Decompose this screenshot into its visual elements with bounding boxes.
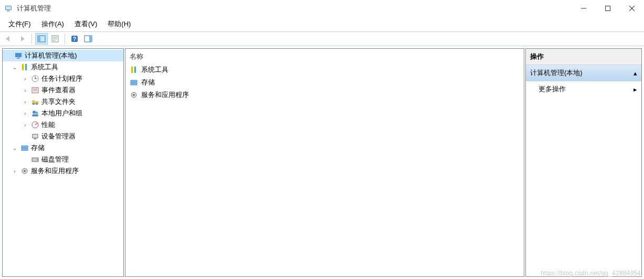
tools-icon bbox=[130, 66, 138, 74]
actions-group-label: 计算机管理(本地) bbox=[530, 68, 583, 78]
list-item[interactable]: 服务和应用程序 bbox=[125, 89, 524, 101]
tree-label: 本地用户和组 bbox=[41, 109, 82, 118]
list-pane: 名称 系统工具 存储 服务和应用程序 bbox=[125, 48, 524, 277]
svg-rect-2 bbox=[6, 6, 11, 9]
menu-file[interactable]: 文件(F) bbox=[3, 17, 36, 31]
svg-point-29 bbox=[33, 111, 36, 114]
tree-label: 服务和应用程序 bbox=[31, 166, 79, 176]
actions-more-label: 更多操作 bbox=[539, 84, 566, 94]
tree: 计算机管理(本地) ⌄ 系统工具 › 任务计划程序 › 事件查看器 › 共享文件 bbox=[3, 49, 123, 178]
tree-label: 计算机管理(本地) bbox=[25, 51, 77, 60]
expand-icon[interactable]: › bbox=[11, 168, 18, 174]
tree-label: 事件查看器 bbox=[41, 85, 76, 95]
column-header-name[interactable]: 名称 bbox=[125, 49, 524, 63]
titlebar: 计算机管理 bbox=[0, 0, 644, 17]
tree-disk-management[interactable]: 磁盘管理 bbox=[3, 154, 123, 165]
expand-icon[interactable]: › bbox=[22, 111, 29, 116]
actions-group-title[interactable]: 计算机管理(本地) ▴ bbox=[526, 65, 641, 81]
tree-services-apps[interactable]: › 服务和应用程序 bbox=[3, 165, 123, 177]
svg-rect-42 bbox=[131, 67, 133, 73]
window-title: 计算机管理 bbox=[17, 4, 572, 13]
svg-rect-45 bbox=[131, 83, 137, 85]
users-icon bbox=[31, 109, 39, 117]
svg-rect-8 bbox=[38, 36, 40, 42]
tree-performance[interactable]: › 性能 bbox=[3, 119, 123, 131]
svg-point-30 bbox=[36, 112, 38, 114]
back-button[interactable] bbox=[2, 33, 15, 45]
tree-label: 系统工具 bbox=[31, 62, 58, 72]
svg-rect-17 bbox=[15, 53, 22, 57]
toolbar-separator bbox=[65, 34, 65, 44]
expand-icon[interactable]: › bbox=[22, 99, 29, 105]
tree-local-users-groups[interactable]: › 本地用户和组 bbox=[3, 108, 123, 119]
clock-icon bbox=[31, 74, 39, 83]
expand-icon[interactable]: › bbox=[22, 76, 29, 82]
app-icon bbox=[4, 4, 13, 13]
svg-point-41 bbox=[24, 170, 26, 172]
menu-help[interactable]: 帮助(H) bbox=[102, 17, 136, 31]
tree-event-viewer[interactable]: › 事件查看器 bbox=[3, 84, 123, 96]
show-action-pane-button[interactable] bbox=[82, 33, 94, 45]
minimize-button[interactable] bbox=[572, 0, 596, 17]
collapse-icon[interactable]: ⌄ bbox=[11, 145, 18, 151]
gear-icon bbox=[20, 167, 29, 175]
svg-rect-19 bbox=[22, 64, 24, 70]
toolbar: ? bbox=[0, 31, 644, 46]
toolbar-separator bbox=[31, 34, 32, 44]
svg-rect-16 bbox=[89, 36, 92, 42]
list-item-label: 存储 bbox=[141, 78, 155, 87]
tree-device-manager[interactable]: 设备管理器 bbox=[3, 131, 123, 142]
collapse-icon[interactable]: ▴ bbox=[634, 69, 637, 77]
list-item[interactable]: 存储 bbox=[125, 76, 524, 89]
window-controls bbox=[572, 0, 644, 17]
svg-rect-18 bbox=[17, 58, 20, 59]
tree-shared-folders[interactable]: › 共享文件夹 bbox=[3, 96, 123, 108]
actions-header: 操作 bbox=[526, 49, 641, 65]
tree-task-scheduler[interactable]: › 任务计划程序 bbox=[3, 73, 123, 84]
tree-root[interactable]: 计算机管理(本地) bbox=[3, 50, 123, 61]
svg-rect-34 bbox=[33, 134, 38, 138]
svg-point-28 bbox=[36, 103, 38, 105]
menubar: 文件(F) 操作(A) 查看(V) 帮助(H) bbox=[0, 17, 644, 31]
expand-icon[interactable]: › bbox=[22, 88, 29, 93]
svg-rect-31 bbox=[32, 114, 38, 116]
tree-storage[interactable]: ⌄ 存储 bbox=[3, 142, 123, 154]
tree-pane: 计算机管理(本地) ⌄ 系统工具 › 任务计划程序 › 事件查看器 › 共享文件 bbox=[2, 48, 124, 277]
tree-label: 存储 bbox=[31, 143, 45, 153]
close-button[interactable] bbox=[620, 0, 644, 17]
disk-icon bbox=[31, 155, 39, 164]
svg-rect-44 bbox=[131, 80, 137, 82]
svg-rect-4 bbox=[606, 6, 610, 11]
shared-folder-icon bbox=[31, 98, 39, 106]
forward-button[interactable] bbox=[16, 33, 28, 45]
svg-rect-37 bbox=[22, 148, 28, 151]
menu-view[interactable]: 查看(V) bbox=[69, 17, 102, 31]
help-button[interactable]: ? bbox=[68, 33, 81, 45]
actions-more[interactable]: 更多操作 ▸ bbox=[526, 81, 641, 97]
svg-rect-20 bbox=[25, 64, 27, 70]
performance-icon bbox=[31, 121, 39, 129]
show-hide-tree-button[interactable] bbox=[35, 33, 48, 45]
list-item-label: 服务和应用程序 bbox=[141, 90, 189, 100]
svg-text:?: ? bbox=[73, 36, 76, 42]
svg-rect-43 bbox=[134, 67, 136, 73]
tree-label: 共享文件夹 bbox=[41, 97, 76, 106]
tree-system-tools[interactable]: ⌄ 系统工具 bbox=[3, 61, 123, 73]
tools-icon bbox=[20, 63, 29, 71]
collapse-icon[interactable]: ⌄ bbox=[11, 65, 18, 70]
tree-label: 性能 bbox=[41, 120, 55, 130]
gear-icon bbox=[130, 91, 138, 99]
svg-rect-1 bbox=[7, 10, 10, 12]
menu-action[interactable]: 操作(A) bbox=[36, 17, 69, 31]
svg-point-47 bbox=[133, 94, 135, 96]
tree-label: 设备管理器 bbox=[41, 132, 76, 141]
maximize-button[interactable] bbox=[596, 0, 620, 17]
list-item-label: 系统工具 bbox=[141, 65, 168, 74]
svg-point-27 bbox=[33, 103, 35, 105]
event-log-icon bbox=[31, 86, 39, 94]
properties-button[interactable] bbox=[49, 33, 61, 45]
expand-icon[interactable]: › bbox=[22, 122, 29, 128]
svg-rect-24 bbox=[32, 88, 38, 93]
list-item[interactable]: 系统工具 bbox=[125, 63, 524, 76]
svg-point-39 bbox=[37, 159, 38, 160]
